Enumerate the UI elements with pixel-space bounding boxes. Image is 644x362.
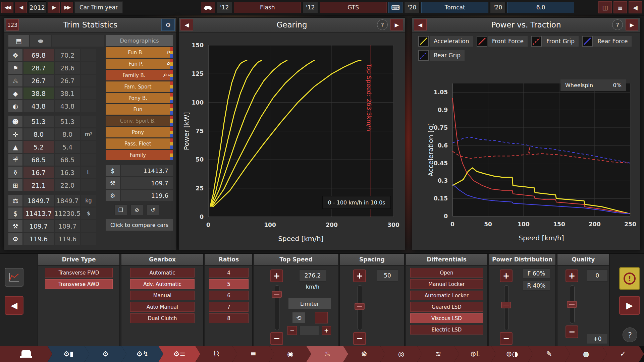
safety-icon: ◐ [8, 100, 22, 112]
spacing-slider-handle[interactable] [355, 303, 365, 310]
top-speed-minus-button[interactable]: − [270, 332, 283, 345]
headlights-tab[interactable]: ◉ [269, 346, 311, 362]
last-year-button[interactable]: ▶▶ [61, 2, 73, 13]
help-icon[interactable]: ? [612, 19, 623, 30]
demographic-pony[interactable]: Pony [106, 127, 173, 137]
interior-tab[interactable]: ≣ [232, 346, 274, 362]
suspension-tab[interactable]: ⌇⌇ [195, 346, 237, 362]
option-open[interactable]: Open [410, 268, 483, 278]
power-dist-slider-handle[interactable] [501, 302, 511, 308]
drivetrain-tab[interactable]: ⚙≡ [158, 346, 200, 362]
demographic-pass-fleet[interactable]: Pass. Fleet [106, 138, 173, 149]
option-automatic-locker[interactable]: Automatic Locker [410, 291, 483, 300]
option-auto-manual[interactable]: Auto Manual [130, 302, 195, 312]
option-geared-lsd[interactable]: Geared LSD [410, 302, 483, 312]
option-4[interactable]: 4 [209, 268, 249, 278]
power-dist-slider[interactable] [504, 285, 509, 330]
brakes-tab[interactable]: ◎ [380, 346, 422, 362]
demographic-fun-b-[interactable]: Fun B.⚲ [106, 47, 173, 58]
engine-tune-tab[interactable]: ⚙↯ [121, 346, 163, 362]
spacing-minus-button[interactable]: − [353, 332, 366, 345]
graph-view-button[interactable] [5, 268, 23, 287]
limiter-plus-button[interactable]: + [322, 326, 331, 335]
option-adv-automatic[interactable]: Adv. Automatic [130, 279, 195, 289]
pin-icon: ⚲ [162, 72, 168, 78]
engine-family-tab[interactable]: ⚙▮ [48, 346, 90, 362]
numbers-toggle-button[interactable]: 123 [6, 19, 19, 31]
model-name-badge[interactable]: Tomcat [421, 2, 488, 13]
option-manual-locker[interactable]: Manual Locker [410, 279, 483, 289]
option-electric-lsd[interactable]: Electric LSD [410, 325, 483, 335]
option-dual-clutch[interactable]: Dual Clutch [130, 313, 195, 323]
next-graph-button[interactable]: ▶ [390, 19, 403, 31]
option-automatic[interactable]: Automatic [130, 268, 195, 278]
limiter-indicator-box[interactable] [315, 312, 328, 323]
quality-plus-button[interactable]: + [566, 269, 578, 282]
limiter-button[interactable]: Limiter [288, 298, 331, 309]
power-dist-minus-button[interactable]: − [500, 332, 513, 345]
help-icon[interactable]: ? [377, 19, 388, 30]
quality-minus-button[interactable]: − [566, 325, 578, 338]
confirm-tab[interactable]: ✓ [602, 346, 644, 362]
spacing-plus-button[interactable]: + [353, 269, 366, 282]
next-year-button[interactable]: ▶ [48, 2, 60, 13]
limiter-dial-icon[interactable]: ⟲ [292, 312, 306, 323]
wheels-tab[interactable]: ☸ [343, 346, 385, 362]
top-speed-slider[interactable] [275, 285, 279, 330]
model-name-badge[interactable]: 6.0 [507, 2, 574, 13]
first-year-button[interactable]: ◀◀ [1, 2, 13, 13]
top-speed-plus-button[interactable]: + [270, 269, 283, 282]
warning-button[interactable]: ! [619, 267, 640, 290]
aero-tab[interactable]: ≋ [417, 346, 459, 362]
option-transverse-awd[interactable]: Transverse AWD [45, 279, 113, 289]
model-name-badge[interactable]: Flash [234, 2, 301, 13]
demographic-fam-sport[interactable]: Fam. Sport [106, 81, 173, 92]
forward-arrow-button[interactable]: ▶ [619, 296, 640, 315]
demographic-pony-b-[interactable]: Pony B. [106, 93, 173, 103]
option-6[interactable]: 6 [209, 291, 249, 300]
option-transverse-fwd[interactable]: Transverse FWD [45, 268, 113, 278]
clear-button[interactable]: ⊘ [130, 204, 143, 215]
paint-tab[interactable]: ✎ [528, 346, 570, 362]
option-8[interactable]: 8 [209, 313, 249, 323]
demographic-family[interactable]: Family [106, 150, 173, 160]
compare-cars-button[interactable]: Click to compare cars [106, 219, 173, 231]
tyres-tab[interactable]: ◍ [565, 346, 607, 362]
next-graph-button[interactable]: ▶ [626, 19, 638, 31]
demographic-conv-sport-b-[interactable]: Conv. Sport B. [106, 116, 173, 126]
copy-button[interactable]: ❐ [114, 204, 127, 215]
spacing-slider[interactable] [358, 285, 362, 330]
top-speed-slider-handle[interactable] [272, 291, 282, 298]
option-5[interactable]: 5 [209, 279, 249, 289]
quality-slider-handle[interactable] [567, 301, 577, 308]
limiter-minus-button[interactable]: − [287, 326, 297, 335]
demographic-fun-p-[interactable]: Fun P.⚲ [106, 59, 173, 69]
car-body-tab[interactable] [0, 346, 53, 362]
driving-aids-tab[interactable]: ⊕◑ [491, 346, 533, 362]
prev-year-button[interactable]: ◀ [15, 2, 27, 13]
limiter-value-box[interactable] [300, 326, 319, 335]
option-7[interactable]: 7 [209, 302, 249, 312]
exhaust-flame-tab[interactable]: ♨ [306, 346, 348, 362]
prev-graph-button[interactable]: ◀ [414, 19, 427, 31]
mechanical-stats-button[interactable]: ⚙ [161, 19, 175, 31]
demographic-family-b-[interactable]: Family B.⚲⌖ [106, 70, 173, 80]
back-button[interactable]: ◀ [629, 1, 642, 13]
steering-tab[interactable]: ⊕L [454, 346, 496, 362]
model-year-chip: '20 [404, 2, 420, 13]
undo-button[interactable]: ↺ [147, 204, 159, 215]
help-button[interactable]: ? [623, 327, 637, 342]
engine-variant-tab[interactable]: ⚙ [85, 346, 126, 362]
option-viscous-lsd[interactable]: Viscous LSD [410, 313, 483, 323]
demographic-fun[interactable]: Fun [106, 104, 173, 115]
power-dist-plus-button[interactable]: + [500, 269, 513, 282]
detail-list-button[interactable]: ≣ [613, 1, 627, 13]
photo-mode-button[interactable]: ◫ [598, 1, 612, 13]
car-front-tab[interactable]: ⬒ [8, 35, 29, 47]
option-manual[interactable]: Manual [130, 291, 195, 300]
quality-slider[interactable] [570, 285, 575, 323]
back-arrow-button[interactable]: ◀ [5, 296, 23, 315]
prev-graph-button[interactable]: ◀ [180, 19, 193, 31]
model-name-badge[interactable]: GTS [320, 2, 387, 13]
car-side-tab[interactable]: ⬬ [30, 35, 51, 47]
